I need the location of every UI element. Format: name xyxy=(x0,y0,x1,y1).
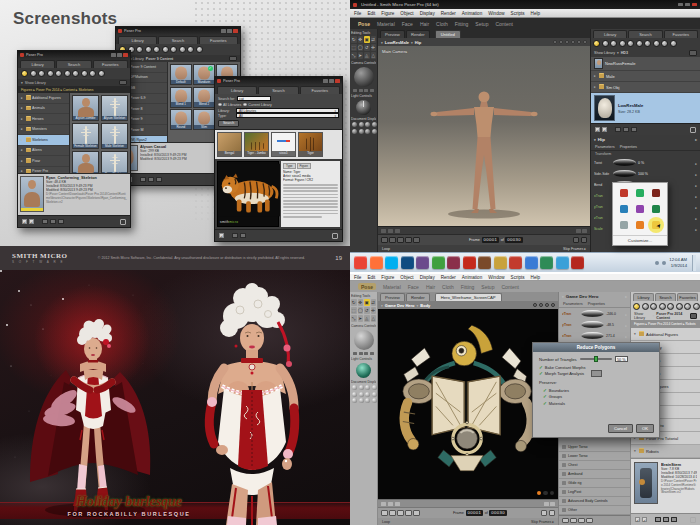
option-button[interactable] xyxy=(388,502,393,506)
prev-frame-button[interactable] xyxy=(389,510,396,516)
camera-trackball[interactable] xyxy=(354,67,374,87)
close-button[interactable] xyxy=(692,3,697,7)
room-tab[interactable]: Cloth xyxy=(436,21,448,27)
category-icon[interactable] xyxy=(89,70,96,77)
viewport-tab[interactable]: Preview xyxy=(380,30,405,38)
last-frame-button[interactable] xyxy=(413,510,420,516)
display-style-spheres[interactable] xyxy=(350,385,377,403)
document-tab[interactable]: Untitled xyxy=(435,30,461,38)
expand-icon[interactable] xyxy=(21,106,24,110)
chevron-right-icon[interactable] xyxy=(695,182,697,188)
triangles-slider[interactable] xyxy=(580,358,612,360)
expand-icon[interactable] xyxy=(21,138,24,142)
library-tab[interactable]: Favorites xyxy=(93,60,128,68)
room-tab[interactable]: Fitting xyxy=(455,21,469,27)
view-mode-button[interactable] xyxy=(690,313,697,319)
key-button[interactable] xyxy=(581,237,588,243)
next-frame-button[interactable] xyxy=(405,237,412,243)
radio-icon[interactable] xyxy=(218,103,222,107)
detail-tab[interactable]: Figure xyxy=(297,163,312,169)
tool-button[interactable] xyxy=(50,219,56,224)
category-icon[interactable] xyxy=(619,40,626,47)
editing-tool-icon[interactable]: ▣ xyxy=(364,299,370,306)
figure-thumbnail[interactable]: Alyson Zombie xyxy=(72,95,99,121)
tool-button[interactable] xyxy=(232,233,238,238)
tool-button[interactable] xyxy=(631,127,637,132)
tool-button[interactable] xyxy=(42,219,48,224)
expand-icon[interactable] xyxy=(21,127,24,131)
expand-icon[interactable] xyxy=(21,117,24,121)
clock[interactable]: 12:04 AM1/9/2014 xyxy=(669,257,687,267)
key-button[interactable] xyxy=(549,510,556,516)
category-icon[interactable] xyxy=(64,70,71,77)
category-icon[interactable] xyxy=(627,40,634,47)
show-desktop-button[interactable] xyxy=(692,255,696,271)
chevron-right-icon[interactable] xyxy=(625,322,627,328)
figure-thumbnail[interactable]: Ryan Skeleton xyxy=(101,151,128,173)
room-tab[interactable]: Material xyxy=(377,21,395,27)
minimize-button[interactable] xyxy=(323,79,328,83)
display-style-icon[interactable] xyxy=(620,221,628,229)
frame-counter[interactable]: 00001 xyxy=(482,237,500,243)
category-icon[interactable] xyxy=(145,46,152,53)
library-folder-row[interactable]: Robots xyxy=(631,445,700,458)
editing-tool-icon[interactable]: ⬚ xyxy=(351,307,357,314)
first-frame-button[interactable] xyxy=(381,510,388,516)
transport-button[interactable] xyxy=(562,518,569,524)
maximize-button[interactable] xyxy=(329,79,334,83)
dialog-title[interactable]: Reduce Polygons xyxy=(533,343,659,352)
editing-tool-icon[interactable]: ◯ xyxy=(358,307,364,314)
radio-option[interactable]: All Libraries xyxy=(218,103,241,107)
editing-tool-icon[interactable]: ▣ xyxy=(364,36,370,43)
chevron-right-icon[interactable] xyxy=(695,137,697,142)
close-button[interactable] xyxy=(233,29,238,33)
viewport-tab[interactable]: Render xyxy=(406,293,430,301)
editing-tool-icon[interactable]: ⇄ xyxy=(371,36,377,43)
parameter-dial[interactable] xyxy=(613,170,636,177)
cancel-button[interactable]: Cancel xyxy=(608,424,633,433)
face-thumbnail[interactable]: Slim xyxy=(193,109,215,130)
light-control-sphere[interactable] xyxy=(356,363,371,378)
library-tab[interactable]: Library xyxy=(633,293,654,301)
menu-item[interactable]: Figure xyxy=(381,11,394,16)
play-button[interactable] xyxy=(397,510,404,516)
display-style-icon[interactable] xyxy=(636,221,644,229)
category-icon[interactable] xyxy=(153,46,160,53)
editing-tool-icon[interactable]: ⤡ xyxy=(351,315,357,322)
bodypart-row[interactable]: Glide rig xyxy=(559,479,630,488)
show-library-row[interactable]: Show Library xyxy=(18,79,130,86)
room-tab[interactable]: Face xyxy=(408,284,419,290)
tray-icon[interactable] xyxy=(655,261,659,265)
bodypart-row[interactable]: Lower Torso xyxy=(559,452,630,461)
expand-icon[interactable] xyxy=(21,96,24,100)
taskbar-app-icon[interactable] xyxy=(370,256,383,269)
viewport-icons[interactable] xyxy=(533,303,556,308)
preserve-checkbox[interactable]: Boundaries xyxy=(543,388,653,393)
library-folder[interactable]: Sm Obj xyxy=(591,82,700,93)
taskbar-app-icon[interactable] xyxy=(432,256,445,269)
key-button[interactable] xyxy=(573,237,580,243)
radio-option[interactable]: Current Library xyxy=(243,103,271,107)
category-icon[interactable] xyxy=(55,70,62,77)
preserve-checkbox[interactable]: Materials xyxy=(543,401,653,406)
taskbar-app-icon[interactable] xyxy=(525,256,538,269)
library-tab[interactable]: Library xyxy=(217,86,257,94)
library-tab[interactable]: Library xyxy=(20,60,55,68)
menu-item[interactable]: Animation xyxy=(462,11,482,16)
loop-toggle[interactable]: Loop xyxy=(382,247,390,251)
menu-item[interactable]: Render xyxy=(441,275,456,280)
checkbox-icon[interactable] xyxy=(635,517,640,522)
library-tab[interactable]: Search xyxy=(655,293,676,301)
properties-tab[interactable]: Properties xyxy=(588,302,605,306)
preserve-checkbox[interactable]: Groups xyxy=(543,394,653,399)
category-icon[interactable] xyxy=(72,70,79,77)
checkbox-icon[interactable] xyxy=(22,219,27,224)
face-thumbnail[interactable]: Default xyxy=(170,64,192,85)
search-result-thumbnail[interactable]: Tiger xyxy=(298,132,323,157)
slider-handle[interactable] xyxy=(594,356,598,362)
room-tab[interactable]: Content xyxy=(501,284,519,290)
brainstem-thumbnail[interactable] xyxy=(634,462,658,504)
bodypart-row[interactable]: Other xyxy=(559,506,630,515)
face-thumbnail[interactable]: Mandarin xyxy=(193,64,215,85)
menu-item[interactable]: Figure xyxy=(381,275,394,280)
